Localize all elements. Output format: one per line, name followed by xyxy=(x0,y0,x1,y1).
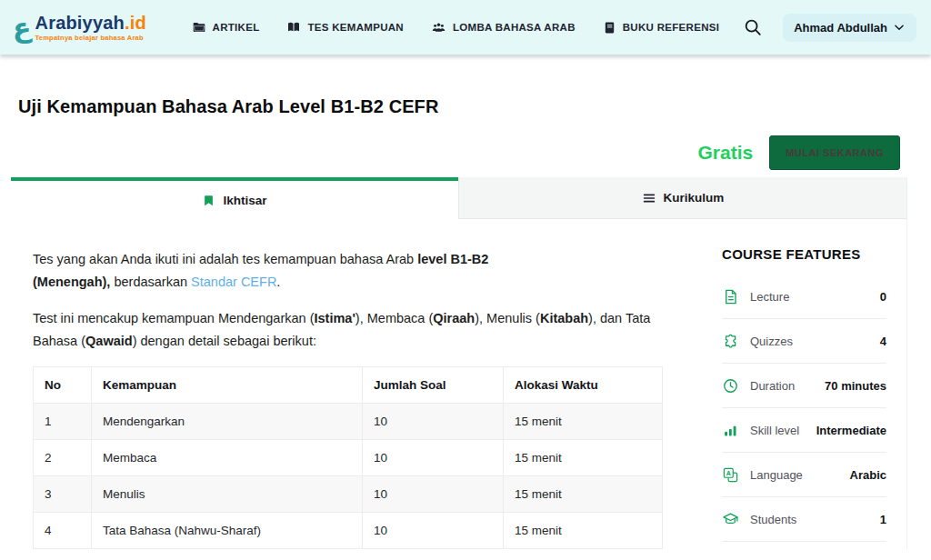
document-icon xyxy=(722,288,739,305)
logo-tagline: Tempatnya belajar bahasa Arab xyxy=(35,34,146,42)
puzzle-icon xyxy=(722,333,739,350)
table-row: 3Menulis1015 menit xyxy=(34,475,663,512)
nav-item-lomba-bahasa-arab[interactable]: LOMBA BAHASA ARAB xyxy=(431,20,576,35)
feature-label: Students xyxy=(750,513,796,526)
language-icon: A xyxy=(722,466,739,484)
feature-lecture: Lecture0 xyxy=(722,275,886,319)
top-navbar: ع Arabiyyah.id Tempatnya belajar bahasa … xyxy=(0,0,931,55)
text-segment: ), Menulis ( xyxy=(475,311,540,325)
nav-item-buku-referensi[interactable]: BUKU REFERENSI xyxy=(603,21,719,35)
table-cell: 4 xyxy=(34,512,92,548)
table-header-cell: No xyxy=(34,366,92,403)
text-segment: Qawaid xyxy=(85,334,133,348)
table-header-cell: Kemampuan xyxy=(92,366,363,403)
course-features-panel: COURSE FEATURES Lecture0Quizzes4Duration… xyxy=(662,219,906,549)
feature-label: Duration xyxy=(750,379,795,393)
table-header-cell: Alokasi Waktu xyxy=(504,366,663,403)
tab-kurikulum-label: Kurikulum xyxy=(664,191,725,205)
clock-icon xyxy=(722,377,739,395)
logo-brand-text: Arabiyyah xyxy=(35,13,125,33)
table-cell: 15 menit xyxy=(504,439,663,475)
text-segment: Test ini mencakup kemampuan Mendengarkan… xyxy=(33,311,315,325)
table-row: 2Membaca1015 menit xyxy=(34,439,663,475)
feature-skill-level: Skill levelIntermediate xyxy=(722,408,886,453)
logo-ain-icon: ع xyxy=(13,15,32,42)
table-row: 4Tata Bahasa (Nahwu-Sharaf)1015 menit xyxy=(34,512,663,548)
table-cell: 2 xyxy=(34,439,92,475)
table-cell: 15 menit xyxy=(504,475,663,512)
bookmark-icon xyxy=(202,194,215,207)
feature-quizzes: Quizzes4 xyxy=(722,319,886,364)
feature-value: Arabic xyxy=(850,468,886,482)
feature-label: Quizzes xyxy=(750,335,793,348)
nav-item-label: LOMBA BAHASA ARAB xyxy=(453,22,576,33)
table-cell: 1 xyxy=(34,403,92,439)
table-cell: Mendengarkan xyxy=(92,403,363,439)
svg-text:A: A xyxy=(726,469,731,476)
table-cell: 10 xyxy=(363,475,504,512)
feature-label: Skill level xyxy=(750,424,799,437)
tab-bar: Ikhtisar Kurikulum xyxy=(11,177,906,219)
overview-panel: Tes yang akan Anda ikuti ini adalah tes … xyxy=(11,219,662,549)
table-cell: Tata Bahasa (Nahwu-Sharaf) xyxy=(92,512,363,548)
nav-item-label: BUKU REFERENSI xyxy=(623,22,719,33)
feature-value: Intermediate xyxy=(816,424,886,437)
text-segment: Kitabah xyxy=(540,311,588,325)
text-segment: berdasarkan xyxy=(110,275,191,289)
nav-item-tes-kemampuan[interactable]: TES KEMAMPUAN xyxy=(286,20,404,35)
table-header-cell: Jumlah Soal xyxy=(363,366,504,403)
feature-label: Language xyxy=(750,468,803,482)
text-segment: . xyxy=(276,275,280,289)
user-menu[interactable]: Ahmad Abdullah xyxy=(783,14,916,42)
folder-icon xyxy=(192,20,206,35)
table-header-row: NoKemampuanJumlah SoalAlokasi Waktu xyxy=(34,366,663,403)
price-label: Gratis xyxy=(697,142,753,164)
page-title: Uji Kemampuan Bahasa Arab Level B1-B2 CE… xyxy=(18,96,931,117)
table-cell: 10 xyxy=(363,439,504,475)
table-cell: 15 menit xyxy=(504,403,663,439)
site-logo[interactable]: ع Arabiyyah.id Tempatnya belajar bahasa … xyxy=(13,13,146,42)
feature-language: ALanguageArabic xyxy=(722,453,886,497)
test-structure-table: NoKemampuanJumlah SoalAlokasi Waktu 1Men… xyxy=(33,366,663,549)
graduation-cap-icon xyxy=(722,511,739,528)
feature-value: 70 minutes xyxy=(825,379,886,393)
table-cell: Menulis xyxy=(92,475,363,512)
feature-duration: Duration70 minutes xyxy=(722,364,886,408)
main-nav: ARTIKELTES KEMAMPUANLOMBA BAHASA ARABBUK… xyxy=(192,20,720,35)
tab-ikhtisar-label: Ikhtisar xyxy=(223,194,266,207)
enroll-row: Gratis MULAI SEKARANG xyxy=(0,135,900,170)
table-cell: 3 xyxy=(34,475,92,512)
text-segment: Qiraah xyxy=(433,311,475,325)
menu-icon xyxy=(642,191,656,205)
nav-item-label: ARTIKEL xyxy=(213,22,260,33)
logo-tld-text: .id xyxy=(125,13,146,33)
nav-item-artikel[interactable]: ARTIKEL xyxy=(192,20,260,35)
standar-cefr-link[interactable]: Standar CEFR xyxy=(191,275,276,289)
table-cell: Membaca xyxy=(92,439,363,475)
users-icon xyxy=(431,20,446,35)
feature-value: 4 xyxy=(880,335,886,348)
start-now-button[interactable]: MULAI SEKARANG xyxy=(769,135,900,170)
table-cell: 10 xyxy=(363,403,504,439)
table-row: 1Mendengarkan1015 menit xyxy=(34,403,663,439)
course-features-title: COURSE FEATURES xyxy=(722,246,886,262)
feature-label: Lecture xyxy=(750,290,789,304)
text-segment: ) dengan detail sebagai berikut: xyxy=(133,334,316,348)
text-segment: Tes yang akan Anda ikuti ini adalah tes … xyxy=(33,252,417,266)
feature-value: 1 xyxy=(880,513,886,526)
feature-value: 0 xyxy=(880,290,886,304)
tab-content: Tes yang akan Anda ikuti ini adalah tes … xyxy=(11,219,906,549)
course-card: Ikhtisar Kurikulum Tes yang akan Anda ik… xyxy=(11,177,907,549)
bar-chart-icon xyxy=(722,422,739,439)
book-icon xyxy=(603,21,616,35)
overview-paragraph-2: Test ini mencakup kemampuan Mendengarkan… xyxy=(33,307,662,353)
search-icon[interactable] xyxy=(743,17,763,37)
user-name: Ahmad Abdullah xyxy=(794,21,887,35)
overview-paragraph-1: Tes yang akan Anda ikuti ini adalah tes … xyxy=(33,248,556,294)
text-segment: ), Membaca ( xyxy=(355,311,433,325)
feature-students: Students1 xyxy=(722,497,886,542)
tab-ikhtisar[interactable]: Ikhtisar xyxy=(11,177,458,219)
tab-kurikulum[interactable]: Kurikulum xyxy=(458,177,906,219)
chevron-down-icon xyxy=(893,21,906,34)
table-cell: 10 xyxy=(363,512,504,548)
